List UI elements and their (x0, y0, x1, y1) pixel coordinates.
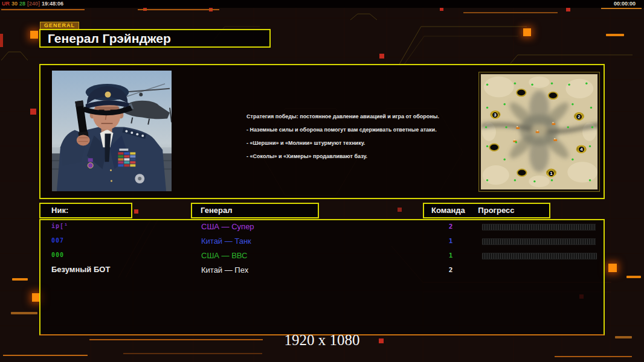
header-nick: Ник: (39, 203, 132, 218)
briefing-line: Стратегия победы: постоянное давление ав… (246, 110, 488, 123)
players-table: ip[¹ США — Супер 2 007 Китай — Танк 1 00… (39, 219, 605, 335)
player-general: Китай — Пех (201, 265, 248, 275)
start-position-1: 1 (547, 170, 555, 177)
glow-square (608, 264, 617, 272)
start-position-2: 2 (575, 113, 583, 121)
circuit-line (138, 9, 219, 10)
debug-segment: 28 (19, 1, 25, 7)
debug-segment: 19:48:06 (42, 1, 63, 7)
player-name: 007 (51, 237, 64, 244)
progress-bar (482, 224, 596, 230)
briefing-line: - «Шершни» и «Молнии» штурмуют технику. (246, 136, 488, 150)
header-team-progress: Команда Прогресс (423, 203, 550, 218)
player-name: ip[¹ (51, 223, 68, 229)
glow-square (523, 28, 531, 36)
player-general: США — ВВС (201, 251, 248, 260)
header-progress-label: Прогресс (467, 206, 514, 215)
player-general: Китай — Танк (201, 237, 251, 246)
red-square (30, 109, 36, 115)
debug-segment: [240] (27, 1, 40, 7)
glow-square (30, 31, 38, 39)
page-title: Генерал Грэйнджер (39, 29, 271, 48)
minimap-art (481, 74, 597, 189)
edge-marker (0, 34, 3, 47)
header-general-label: Генерал (192, 206, 232, 215)
resolution-label: 1920 x 1080 (0, 332, 644, 349)
player-team: 2 (444, 223, 457, 230)
match-timer: 00:00:00 (614, 1, 636, 7)
player-general: США — Супер (201, 222, 254, 231)
debug-segment: 30 (11, 1, 18, 7)
player-name: Безумный БОТ (51, 265, 110, 274)
red-square (398, 208, 402, 212)
progress-bar (482, 253, 597, 259)
start-position-4: 4 (578, 145, 585, 153)
red-square (566, 7, 570, 11)
orange-dash (626, 276, 641, 278)
player-team: 2 (444, 266, 457, 274)
header-general: Генерал (191, 203, 319, 218)
player-row: ip[¹ США — Супер 2 (40, 221, 604, 235)
general-info-panel: Стратегия победы: постоянное давление ав… (39, 64, 605, 199)
minimap: 1 2 3 4 (479, 72, 599, 191)
player-row: 000 США — ВВС 1 (40, 250, 604, 264)
red-square (134, 209, 138, 214)
progress-bar (482, 238, 596, 245)
general-portrait-art (52, 71, 172, 191)
status-bar: UR3028[240]19:48:06 00:00:00 (0, 0, 644, 8)
player-row: Безумный БОТ Китай — Пех 2 (40, 265, 604, 278)
player-team: 1 (444, 252, 457, 259)
orange-dash (12, 278, 28, 281)
orange-dash (606, 34, 624, 36)
circuit-line (601, 8, 642, 9)
header-team-label: Команда (424, 206, 465, 215)
orange-dash (11, 312, 37, 314)
circuit-line (3, 355, 88, 356)
player-team: 1 (444, 237, 457, 245)
briefing-line: - Наземные силы и оборона помогут вам сд… (246, 123, 488, 136)
briefing-text: Стратегия победы: постоянное давление ав… (246, 110, 488, 163)
circuit-line (555, 356, 632, 357)
debug-readout: UR3028[240]19:48:06 (2, 1, 65, 7)
circuit-line (123, 353, 262, 354)
player-row: 007 Китай — Танк 1 (40, 236, 604, 249)
debug-segment: UR (2, 1, 10, 7)
start-position-3: 3 (491, 111, 499, 119)
player-name: 000 (51, 252, 64, 258)
briefing-line: - «Соколы» и «Химеры» продавливают базу. (246, 150, 488, 163)
general-portrait (52, 71, 172, 191)
red-square (379, 54, 384, 59)
circuit-line (463, 12, 558, 13)
circuit-line (1, 9, 85, 10)
loading-screen: UR3028[240]19:48:06 00:00:00 GENERAL Ген… (0, 0, 644, 362)
header-nick-label: Ник: (40, 206, 68, 215)
